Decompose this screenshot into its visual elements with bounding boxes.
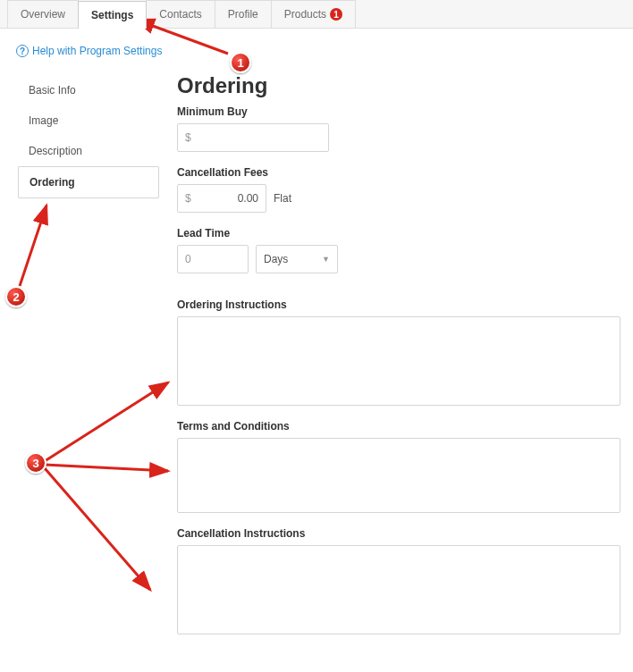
select-value: Days bbox=[264, 253, 288, 265]
label-minimum-buy: Minimum Buy bbox=[177, 105, 620, 118]
select-lead-time-unit[interactable]: Days ▼ bbox=[256, 245, 338, 273]
input-minimum-buy[interactable]: $ bbox=[177, 123, 329, 152]
label-cancellation-fees: Cancellation Fees bbox=[177, 166, 620, 179]
input-value: 0 bbox=[185, 253, 191, 265]
tab-contacts[interactable]: Contacts bbox=[146, 0, 215, 28]
sidebar: Basic Info Image Description Ordering bbox=[7, 68, 159, 647]
currency-prefix: $ bbox=[185, 192, 191, 205]
help-link[interactable]: ? Help with Program Settings bbox=[0, 29, 633, 68]
sidebar-item-label: Basic Info bbox=[29, 84, 76, 97]
label-terms-conditions: Terms and Conditions bbox=[177, 420, 620, 433]
cancellation-fee-type: Flat bbox=[274, 192, 291, 205]
help-icon: ? bbox=[16, 45, 29, 57]
page-title: Ordering bbox=[177, 73, 620, 98]
input-value: 0.00 bbox=[197, 192, 258, 205]
tab-label: Overview bbox=[21, 8, 65, 21]
label-lead-time: Lead Time bbox=[177, 227, 620, 239]
sidebar-item-description[interactable]: Description bbox=[18, 136, 159, 166]
sidebar-item-basic-info[interactable]: Basic Info bbox=[18, 75, 159, 105]
help-link-text: Help with Program Settings bbox=[32, 45, 162, 57]
tab-bar: Overview Settings Contacts Profile Produ… bbox=[0, 0, 633, 29]
sidebar-item-label: Ordering bbox=[30, 176, 75, 189]
input-lead-time[interactable]: 0 bbox=[177, 245, 249, 273]
content: Ordering Minimum Buy $ Cancellation Fees… bbox=[159, 68, 626, 647]
label-ordering-instructions: Ordering Instructions bbox=[177, 298, 620, 311]
chevron-down-icon: ▼ bbox=[322, 255, 330, 264]
tab-products[interactable]: Products 1 bbox=[271, 0, 356, 28]
tab-label: Settings bbox=[91, 9, 133, 21]
textarea-cancellation-instructions[interactable] bbox=[177, 545, 620, 634]
main-layout: Basic Info Image Description Ordering Or… bbox=[0, 68, 633, 672]
input-cancellation-fees[interactable]: $ 0.00 bbox=[177, 184, 266, 213]
textarea-ordering-instructions[interactable] bbox=[177, 316, 620, 406]
tab-label: Profile bbox=[228, 8, 258, 21]
sidebar-item-image[interactable]: Image bbox=[18, 105, 159, 136]
label-cancellation-instructions: Cancellation Instructions bbox=[177, 527, 620, 540]
currency-prefix: $ bbox=[185, 131, 191, 144]
tab-label: Contacts bbox=[159, 8, 201, 21]
tab-label: Products bbox=[284, 8, 326, 21]
tab-profile[interactable]: Profile bbox=[215, 0, 272, 28]
sidebar-item-label: Image bbox=[29, 114, 58, 127]
tab-overview[interactable]: Overview bbox=[7, 0, 79, 28]
sidebar-item-label: Description bbox=[29, 145, 82, 157]
tab-settings[interactable]: Settings bbox=[78, 1, 147, 29]
sidebar-item-ordering[interactable]: Ordering bbox=[18, 166, 159, 198]
products-badge: 1 bbox=[330, 8, 342, 21]
textarea-terms-conditions[interactable] bbox=[177, 438, 620, 513]
